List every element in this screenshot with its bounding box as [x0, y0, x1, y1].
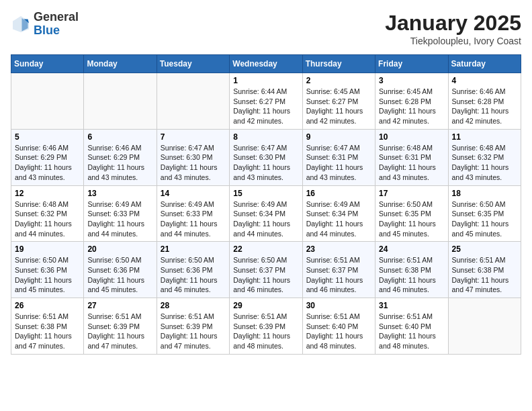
- weekday-header: Monday: [84, 55, 157, 73]
- day-number: 31: [379, 301, 444, 310]
- calendar-cell: 2Sunrise: 6:45 AMSunset: 6:27 PMDaylight…: [302, 73, 375, 130]
- day-info: Sunrise: 6:49 AMSunset: 6:34 PMDaylight:…: [233, 199, 298, 239]
- calendar-cell: 17Sunrise: 6:50 AMSunset: 6:35 PMDayligh…: [375, 185, 448, 242]
- title-block: January 2025 Tiekpoloupleu, Ivory Coast: [385, 11, 521, 46]
- day-info: Sunrise: 6:51 AMSunset: 6:38 PMDaylight:…: [15, 312, 80, 351]
- calendar-cell: 27Sunrise: 6:51 AMSunset: 6:39 PMDayligh…: [84, 298, 157, 355]
- day-number: 2: [306, 76, 371, 85]
- day-info: Sunrise: 6:51 AMSunset: 6:38 PMDaylight:…: [452, 255, 517, 295]
- calendar-cell: [11, 73, 84, 130]
- calendar-cell: 28Sunrise: 6:51 AMSunset: 6:39 PMDayligh…: [157, 298, 229, 355]
- calendar-cell: 11Sunrise: 6:48 AMSunset: 6:32 PMDayligh…: [448, 129, 521, 185]
- calendar: SundayMondayTuesdayWednesdayThursdayFrid…: [11, 54, 521, 355]
- weekday-header: Saturday: [448, 55, 521, 73]
- calendar-cell: 25Sunrise: 6:51 AMSunset: 6:38 PMDayligh…: [448, 242, 521, 298]
- calendar-cell: 14Sunrise: 6:49 AMSunset: 6:33 PMDayligh…: [157, 185, 229, 242]
- weekday-header: Thursday: [302, 55, 375, 73]
- calendar-cell: 26Sunrise: 6:51 AMSunset: 6:38 PMDayligh…: [11, 298, 84, 355]
- weekday-header: Tuesday: [157, 55, 229, 73]
- day-info: Sunrise: 6:51 AMSunset: 6:39 PMDaylight:…: [161, 312, 226, 351]
- day-info: Sunrise: 6:45 AMSunset: 6:28 PMDaylight:…: [379, 87, 444, 126]
- day-number: 29: [233, 301, 298, 310]
- calendar-cell: 4Sunrise: 6:46 AMSunset: 6:28 PMDaylight…: [448, 73, 521, 130]
- calendar-cell: 21Sunrise: 6:50 AMSunset: 6:36 PMDayligh…: [157, 242, 229, 298]
- calendar-cell: [157, 73, 229, 130]
- day-number: 27: [87, 301, 152, 310]
- day-info: Sunrise: 6:50 AMSunset: 6:36 PMDaylight:…: [15, 255, 80, 295]
- calendar-week-row: 5Sunrise: 6:46 AMSunset: 6:29 PMDaylight…: [11, 129, 521, 185]
- weekday-header-row: SundayMondayTuesdayWednesdayThursdayFrid…: [11, 55, 521, 73]
- calendar-cell: 31Sunrise: 6:51 AMSunset: 6:40 PMDayligh…: [375, 298, 448, 355]
- calendar-cell: 7Sunrise: 6:47 AMSunset: 6:30 PMDaylight…: [157, 129, 229, 185]
- day-info: Sunrise: 6:48 AMSunset: 6:32 PMDaylight:…: [452, 143, 517, 183]
- calendar-cell: 16Sunrise: 6:49 AMSunset: 6:34 PMDayligh…: [302, 185, 375, 242]
- day-number: 23: [306, 244, 371, 254]
- calendar-cell: 8Sunrise: 6:47 AMSunset: 6:30 PMDaylight…: [230, 129, 302, 185]
- day-info: Sunrise: 6:47 AMSunset: 6:30 PMDaylight:…: [161, 143, 226, 183]
- day-number: 19: [15, 244, 80, 254]
- calendar-week-row: 12Sunrise: 6:48 AMSunset: 6:32 PMDayligh…: [11, 185, 521, 242]
- calendar-week-row: 1Sunrise: 6:44 AMSunset: 6:27 PMDaylight…: [11, 73, 521, 130]
- logo-text: General Blue: [34, 11, 79, 38]
- day-info: Sunrise: 6:49 AMSunset: 6:33 PMDaylight:…: [161, 199, 226, 239]
- month-title: January 2025: [385, 11, 521, 36]
- day-info: Sunrise: 6:48 AMSunset: 6:32 PMDaylight:…: [15, 199, 80, 239]
- calendar-cell: 18Sunrise: 6:50 AMSunset: 6:35 PMDayligh…: [448, 185, 521, 242]
- day-number: 22: [233, 244, 298, 254]
- day-number: 13: [87, 189, 152, 198]
- day-info: Sunrise: 6:51 AMSunset: 6:39 PMDaylight:…: [87, 312, 152, 351]
- day-info: Sunrise: 6:51 AMSunset: 6:38 PMDaylight:…: [379, 255, 444, 295]
- logo: General Blue: [11, 11, 79, 38]
- day-info: Sunrise: 6:47 AMSunset: 6:31 PMDaylight:…: [306, 143, 371, 183]
- calendar-cell: 15Sunrise: 6:49 AMSunset: 6:34 PMDayligh…: [230, 185, 302, 242]
- calendar-cell: 12Sunrise: 6:48 AMSunset: 6:32 PMDayligh…: [11, 185, 84, 242]
- day-info: Sunrise: 6:49 AMSunset: 6:34 PMDaylight:…: [306, 199, 371, 239]
- day-number: 24: [379, 244, 444, 254]
- calendar-cell: 5Sunrise: 6:46 AMSunset: 6:29 PMDaylight…: [11, 129, 84, 185]
- day-number: 6: [87, 132, 152, 142]
- calendar-cell: 23Sunrise: 6:51 AMSunset: 6:37 PMDayligh…: [302, 242, 375, 298]
- calendar-cell: 20Sunrise: 6:50 AMSunset: 6:36 PMDayligh…: [84, 242, 157, 298]
- day-number: 10: [379, 132, 444, 142]
- day-number: 21: [161, 244, 226, 254]
- day-info: Sunrise: 6:46 AMSunset: 6:28 PMDaylight:…: [452, 87, 517, 126]
- day-number: 11: [452, 132, 517, 142]
- day-info: Sunrise: 6:50 AMSunset: 6:36 PMDaylight:…: [87, 255, 152, 295]
- day-number: 18: [452, 189, 517, 198]
- day-number: 7: [161, 132, 226, 142]
- day-info: Sunrise: 6:51 AMSunset: 6:37 PMDaylight:…: [306, 255, 371, 295]
- page-header: General Blue January 2025 Tiekpoloupleu,…: [11, 11, 521, 46]
- day-info: Sunrise: 6:50 AMSunset: 6:35 PMDaylight:…: [452, 199, 517, 239]
- day-info: Sunrise: 6:44 AMSunset: 6:27 PMDaylight:…: [233, 87, 298, 126]
- calendar-week-row: 19Sunrise: 6:50 AMSunset: 6:36 PMDayligh…: [11, 242, 521, 298]
- calendar-cell: 6Sunrise: 6:46 AMSunset: 6:29 PMDaylight…: [84, 129, 157, 185]
- day-info: Sunrise: 6:46 AMSunset: 6:29 PMDaylight:…: [87, 143, 152, 183]
- day-number: 30: [306, 301, 371, 310]
- weekday-header: Friday: [375, 55, 448, 73]
- weekday-header: Wednesday: [230, 55, 302, 73]
- day-info: Sunrise: 6:49 AMSunset: 6:33 PMDaylight:…: [87, 199, 152, 239]
- calendar-week-row: 26Sunrise: 6:51 AMSunset: 6:38 PMDayligh…: [11, 298, 521, 355]
- day-info: Sunrise: 6:50 AMSunset: 6:37 PMDaylight:…: [233, 255, 298, 295]
- day-number: 5: [15, 132, 80, 142]
- calendar-cell: 3Sunrise: 6:45 AMSunset: 6:28 PMDaylight…: [375, 73, 448, 130]
- day-number: 28: [161, 301, 226, 310]
- day-info: Sunrise: 6:50 AMSunset: 6:36 PMDaylight:…: [161, 255, 226, 295]
- calendar-cell: 13Sunrise: 6:49 AMSunset: 6:33 PMDayligh…: [84, 185, 157, 242]
- day-info: Sunrise: 6:48 AMSunset: 6:31 PMDaylight:…: [379, 143, 444, 183]
- calendar-cell: 30Sunrise: 6:51 AMSunset: 6:40 PMDayligh…: [302, 298, 375, 355]
- calendar-cell: 22Sunrise: 6:50 AMSunset: 6:37 PMDayligh…: [230, 242, 302, 298]
- day-number: 4: [452, 76, 517, 85]
- calendar-cell: [84, 73, 157, 130]
- calendar-cell: [448, 298, 521, 355]
- calendar-cell: 10Sunrise: 6:48 AMSunset: 6:31 PMDayligh…: [375, 129, 448, 185]
- calendar-cell: 29Sunrise: 6:51 AMSunset: 6:39 PMDayligh…: [230, 298, 302, 355]
- day-info: Sunrise: 6:45 AMSunset: 6:27 PMDaylight:…: [306, 87, 371, 126]
- day-number: 1: [233, 76, 298, 85]
- day-info: Sunrise: 6:46 AMSunset: 6:29 PMDaylight:…: [15, 143, 80, 183]
- day-info: Sunrise: 6:50 AMSunset: 6:35 PMDaylight:…: [379, 199, 444, 239]
- calendar-cell: 1Sunrise: 6:44 AMSunset: 6:27 PMDaylight…: [230, 73, 302, 130]
- day-number: 15: [233, 189, 298, 198]
- day-number: 14: [161, 189, 226, 198]
- day-number: 25: [452, 244, 517, 254]
